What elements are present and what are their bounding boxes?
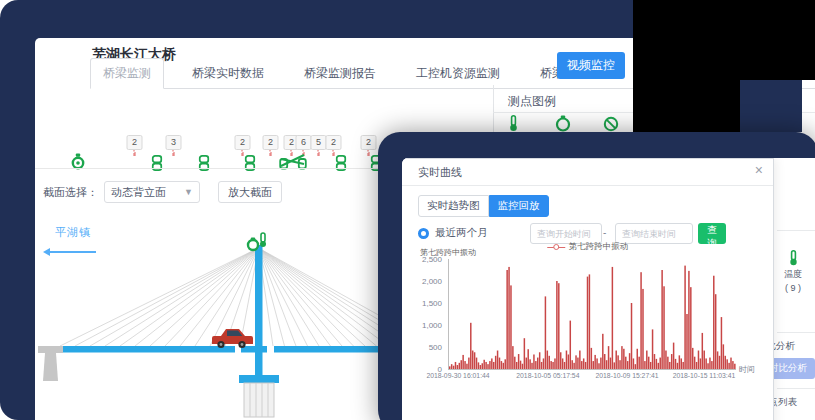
sensor-item-dash: 2 bbox=[368, 135, 369, 156]
sensor-item-dash: 2 bbox=[333, 135, 334, 156]
sensor-item-link[interactable] bbox=[152, 133, 163, 171]
tab-monitor-playback[interactable]: 监控回放 bbox=[489, 195, 549, 217]
sensor-count-badge: 3 bbox=[166, 135, 182, 150]
sensor-position-dash bbox=[242, 152, 243, 156]
tower-pier bbox=[244, 383, 274, 417]
legend-marker-icon bbox=[547, 244, 565, 251]
x-tick-label: 2018-10-09 15:27:41 bbox=[596, 372, 659, 379]
tower-top-sensor-icons bbox=[248, 233, 266, 250]
vibration-bars bbox=[449, 259, 736, 369]
tab-bridge-monitoring[interactable]: 桥梁监测 bbox=[90, 58, 164, 89]
sensor-count-badge: 5 bbox=[311, 135, 327, 150]
y-tick-label: 500 bbox=[429, 343, 442, 352]
query-button[interactable]: 查询 bbox=[698, 223, 726, 244]
divider bbox=[777, 388, 815, 389]
section-select-value: 动态背立面 bbox=[111, 185, 166, 200]
x-axis-ticks: 2018-09-30 16:01:442018-10-05 05:17:5420… bbox=[448, 372, 735, 384]
left-pier bbox=[38, 346, 63, 381]
sensor-position-dash bbox=[173, 152, 174, 156]
x-tick-label: 2018-09-30 16:01:44 bbox=[426, 372, 489, 379]
temperature-label: 温度 bbox=[784, 268, 802, 281]
legend-panel-title: 测点图例 bbox=[508, 93, 556, 110]
modal-header: 实时曲线 × bbox=[402, 159, 773, 186]
y-tick-label: 2,500 bbox=[422, 255, 442, 264]
sensor-item-dash: 2 bbox=[134, 135, 135, 156]
sensor-item-special[interactable] bbox=[279, 133, 307, 170]
right-sidebar: 温度 ( 9 ) 对比分析 对比分析 测点列表 bbox=[773, 158, 815, 420]
section-controls: 截面选择： 动态背立面 ▼ 放大截面 bbox=[43, 181, 282, 203]
bridge-schematic bbox=[35, 215, 405, 420]
range-separator: - bbox=[603, 227, 606, 238]
tab-bridge-monitor-report[interactable]: 桥梁监测报告 bbox=[292, 59, 388, 88]
modal-title: 实时曲线 bbox=[418, 159, 462, 185]
window-frame-corner bbox=[740, 80, 802, 132]
close-icon[interactable]: × bbox=[755, 162, 763, 178]
y-tick-label: 1,500 bbox=[422, 299, 442, 308]
sensor-count-badge: 2 bbox=[263, 135, 279, 150]
modal-window-page: 温度 ( 9 ) 对比分析 对比分析 测点列表 实时曲线 × 实时趋势图 监控回… bbox=[402, 158, 815, 420]
section-select[interactable]: 动态背立面 ▼ bbox=[104, 181, 200, 203]
tab-ipc-resource-monitor[interactable]: 工控机资源监测 bbox=[404, 59, 512, 88]
sensor-item-dash: 2 bbox=[242, 135, 243, 156]
y-axis-ticks: 2,5002,0001,5001,0005000 bbox=[402, 259, 444, 369]
chart-legend[interactable]: 第七跨跨中振动 bbox=[547, 241, 629, 253]
radio-last-two-months[interactable] bbox=[418, 228, 429, 239]
sensor-item-dash: 2 bbox=[270, 135, 271, 156]
sensor-item-gauge[interactable] bbox=[71, 133, 86, 170]
sensor-position-dash bbox=[134, 152, 135, 156]
legend-series-name: 第七跨跨中振动 bbox=[569, 241, 629, 253]
realtime-curve-modal: 实时曲线 × 实时趋势图 监控回放 最近两个月 - 查询 第七跨跨中振动 第七跨… bbox=[402, 158, 774, 420]
car bbox=[212, 329, 253, 348]
sensor-count-badge: 2 bbox=[127, 135, 143, 150]
thermometer-icon bbox=[788, 250, 799, 266]
radio-label: 最近两个月 bbox=[435, 226, 488, 240]
modal-tabs: 实时趋势图 监控回放 bbox=[418, 195, 549, 217]
sensor-position-dash bbox=[318, 152, 319, 156]
x-tick-label: 2018-10-05 05:17:54 bbox=[516, 372, 579, 379]
divider bbox=[777, 230, 815, 231]
tab-realtime-trend[interactable]: 实时趋势图 bbox=[418, 195, 489, 217]
y-tick-label: 2,000 bbox=[422, 277, 442, 286]
x-axis-title: 时间 bbox=[739, 364, 755, 375]
screen: 芜湖长江大桥 桥梁监测 桥梁实时数据 桥梁监测报告 工控机资源监测 桥梁系统报警… bbox=[0, 0, 815, 420]
sensor-position-dash bbox=[333, 152, 334, 156]
video-monitor-button[interactable]: 视频监控 bbox=[557, 52, 625, 79]
zoom-section-button[interactable]: 放大截面 bbox=[218, 181, 282, 203]
x-tick-label: 2018-10-15 11:03:41 bbox=[673, 372, 736, 379]
sensor-item-link[interactable] bbox=[245, 133, 256, 171]
sensor-item-link[interactable] bbox=[336, 133, 347, 171]
y-tick-label: 1,000 bbox=[422, 321, 442, 330]
chevron-down-icon: ▼ bbox=[184, 187, 193, 197]
black-panel bbox=[633, 0, 740, 132]
sensor-position-dash bbox=[270, 152, 271, 156]
temperature-count: ( 9 ) bbox=[785, 283, 801, 293]
modal-window-frame: 温度 ( 9 ) 对比分析 对比分析 测点列表 实时曲线 × 实时趋势图 监控回… bbox=[378, 132, 815, 420]
divider bbox=[777, 332, 815, 333]
sensor-item-link[interactable] bbox=[199, 133, 210, 171]
vibration-chart-plot bbox=[448, 259, 736, 370]
tab-bridge-realtime-data[interactable]: 桥梁实时数据 bbox=[180, 59, 276, 88]
sensor-item-dash: 5 bbox=[318, 135, 319, 156]
sensor-item-dash: 3 bbox=[173, 135, 174, 156]
section-select-label: 截面选择： bbox=[43, 185, 98, 200]
legend-item-temperature[interactable]: 温度 ( 9 ) bbox=[775, 250, 811, 293]
sensor-position-dash bbox=[368, 152, 369, 156]
